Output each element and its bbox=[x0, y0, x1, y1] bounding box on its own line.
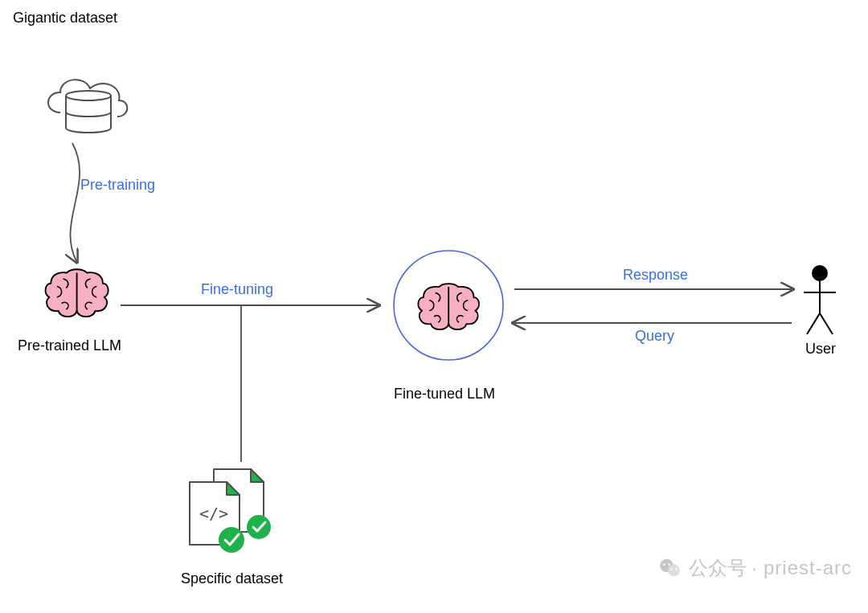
diagram-svg: </> bbox=[0, 0, 868, 613]
edge-pretraining bbox=[71, 143, 80, 261]
watermark-prefix: 公众号 · bbox=[689, 555, 757, 581]
svg-point-7 bbox=[247, 515, 271, 539]
gigantic-dataset-label: Gigantic dataset bbox=[13, 10, 117, 27]
svg-point-1 bbox=[394, 251, 503, 360]
specific-dataset-label: Specific dataset bbox=[181, 570, 283, 587]
svg-point-15 bbox=[675, 568, 677, 570]
svg-point-0 bbox=[66, 91, 111, 100]
svg-text:</>: </> bbox=[199, 504, 228, 523]
pretrained-llm-label: Pre-trained LLM bbox=[18, 337, 121, 354]
user-label: User bbox=[805, 341, 836, 358]
svg-line-6 bbox=[820, 313, 833, 334]
query-label: Query bbox=[635, 328, 674, 345]
finetuned-llm-label: Fine-tuned LLM bbox=[394, 386, 495, 403]
response-label: Response bbox=[623, 267, 688, 284]
pretraining-label: Pre-training bbox=[80, 177, 155, 194]
svg-point-13 bbox=[668, 563, 670, 566]
svg-point-14 bbox=[670, 568, 672, 570]
finetuning-label: Fine-tuning bbox=[201, 281, 273, 298]
user-icon bbox=[804, 265, 836, 334]
cloud-database-icon bbox=[48, 80, 127, 133]
svg-point-12 bbox=[663, 563, 665, 566]
finetuned-llm-icon bbox=[394, 251, 503, 360]
svg-line-5 bbox=[807, 313, 820, 334]
svg-point-9 bbox=[219, 527, 244, 553]
specific-dataset-icon: </> bbox=[190, 469, 271, 553]
wechat-icon bbox=[658, 556, 682, 580]
watermark-name: priest-arc bbox=[764, 557, 852, 579]
diagram-canvas: </> Gigantic dataset Pre-training Pre-tr… bbox=[0, 0, 868, 613]
svg-point-2 bbox=[812, 265, 828, 281]
watermark: 公众号 · priest-arc bbox=[658, 555, 852, 581]
pretrained-llm-icon bbox=[46, 269, 108, 317]
svg-point-11 bbox=[668, 565, 680, 577]
